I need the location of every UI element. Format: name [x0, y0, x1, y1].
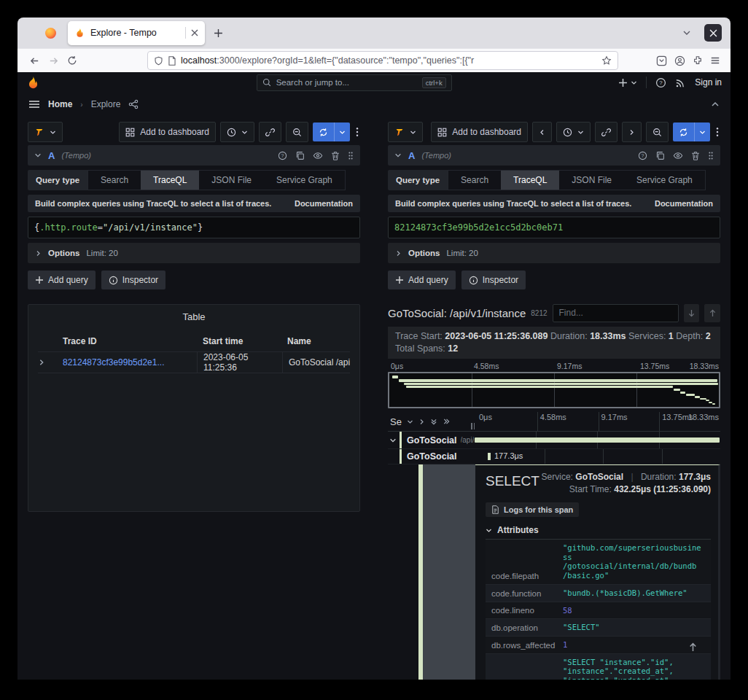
zoom-out-button[interactable] [646, 122, 669, 142]
expand-row-chevron-icon[interactable] [38, 359, 63, 366]
attribute-row[interactable]: "SELECT "instance"."id", "instance"."cre… [486, 654, 711, 680]
reload-icon[interactable] [63, 52, 82, 69]
datasource-picker[interactable] [28, 122, 63, 142]
shield-icon[interactable] [154, 56, 163, 66]
remove-query-icon[interactable] [691, 151, 700, 160]
query-type-tab-json-file[interactable]: JSON File [199, 171, 264, 190]
expand-all-icon[interactable] [443, 418, 451, 425]
traceql-query-editor[interactable]: {.http.route = "/api/v1/instance"} [28, 217, 360, 238]
query-options-row[interactable]: Options Limit: 20 [28, 243, 360, 263]
span-duration-bar[interactable] [488, 453, 491, 460]
documentation-link[interactable]: Documentation [655, 199, 713, 208]
inspector-button[interactable]: Inspector [101, 271, 165, 289]
sign-in-button[interactable]: Sign in [695, 77, 722, 88]
tab-close-icon[interactable] [191, 29, 198, 36]
breadcrumb-current[interactable]: Explore [91, 99, 121, 109]
copy-link-button[interactable] [259, 122, 281, 142]
find-input[interactable] [553, 304, 679, 322]
attribute-row[interactable]: code.function"bundb.(*basicDB).GetWhere" [486, 585, 711, 602]
window-close-button[interactable] [704, 24, 722, 42]
news-icon[interactable] [675, 77, 686, 88]
copy-link-button[interactable] [595, 122, 618, 142]
trace-minimap[interactable] [388, 372, 720, 408]
traceql-query-editor[interactable]: 82124873cf3e99b5d2e1cc5d2bc0eb71 [388, 217, 720, 238]
query-help-icon[interactable]: ? [278, 151, 287, 160]
zoom-out-button[interactable] [286, 122, 308, 142]
run-query-button[interactable] [313, 122, 350, 141]
expand-one-icon[interactable] [418, 419, 425, 425]
logs-for-span-button[interactable]: Logs for this span [486, 502, 579, 517]
refresh-interval-chevron[interactable] [334, 122, 350, 141]
span-row-selected[interactable]: GoToSocial 177.3μs [388, 449, 720, 464]
url-text[interactable]: localhost:3000/explore?orgId=1&left={"da… [181, 55, 597, 66]
query-row-header[interactable]: A (Tempo) ? [388, 145, 720, 166]
query-type-tab-traceql[interactable]: TraceQL [501, 171, 559, 190]
share-icon[interactable] [128, 99, 139, 109]
trace-id-link[interactable]: 82124873cf3e99b5d2e1... [63, 357, 197, 368]
refresh-interval-chevron[interactable] [694, 122, 710, 141]
time-range-picker[interactable] [220, 122, 254, 142]
duplicate-query-icon[interactable] [295, 151, 305, 160]
help-icon[interactable]: ? [655, 77, 666, 88]
scroll-to-top-icon[interactable] [688, 642, 698, 652]
datasource-picker[interactable] [388, 122, 423, 142]
url-bar[interactable]: localhost:3000/explore?orgId=1&left={"da… [147, 51, 618, 70]
span-duration-bar[interactable] [475, 438, 720, 443]
attribute-row[interactable]: code.lineno58 [486, 602, 711, 620]
attribute-row[interactable]: db.rows_affected1 [486, 637, 711, 654]
extensions-icon[interactable] [693, 55, 703, 66]
time-shift-forward-button[interactable] [622, 122, 642, 142]
query-type-tab-search[interactable]: Search [88, 171, 141, 190]
query-type-tab-json-file[interactable]: JSON File [559, 171, 624, 190]
toggle-visibility-icon[interactable] [673, 151, 683, 160]
query-type-tab-search[interactable]: Search [448, 171, 501, 190]
query-row-header[interactable]: A (Tempo) ? [28, 145, 360, 166]
run-query-button[interactable] [673, 122, 710, 141]
service-operation-dropdown[interactable]: Se [390, 416, 402, 427]
drag-handle-icon[interactable] [348, 151, 354, 160]
attribute-row[interactable]: db.operation"SELECT" [486, 619, 711, 637]
breadcrumb-home[interactable]: Home [48, 99, 72, 109]
table-row[interactable]: 82124873cf3e99b5d2e1... 2023-06-05 11:25… [38, 352, 350, 373]
browser-tab[interactable]: Explore - Tempo [68, 21, 205, 45]
page-info-icon[interactable] [168, 56, 176, 66]
span-row-root[interactable]: GoToSocial /api/ [388, 432, 720, 449]
toggle-visibility-icon[interactable] [313, 151, 323, 160]
search-input[interactable]: Search or jump to... ctrl+k [257, 74, 452, 91]
column-header-start-time[interactable]: Start time [197, 336, 281, 346]
find-prev-button[interactable] [704, 304, 720, 322]
find-next-button[interactable] [684, 304, 700, 322]
add-query-button[interactable]: Add query [28, 271, 96, 289]
new-tab-button[interactable] [214, 28, 223, 38]
query-options-row[interactable]: Options Limit: 20 [388, 243, 720, 263]
account-icon[interactable] [674, 55, 685, 66]
menu-icon[interactable] [710, 55, 720, 66]
query-type-tab-service-graph[interactable]: Service Graph [624, 171, 705, 190]
kebab-menu-icon[interactable] [354, 127, 360, 137]
grafana-logo[interactable] [26, 76, 40, 90]
attribute-row[interactable]: code.filepath"github.com/superseriousbus… [486, 540, 711, 585]
add-menu-button[interactable] [618, 78, 637, 88]
collapse-all-icon[interactable] [430, 418, 437, 426]
add-to-dashboard-button[interactable]: Add to dashboard [431, 122, 528, 142]
column-resizer-handle[interactable] [471, 423, 475, 429]
time-range-picker[interactable] [556, 122, 591, 142]
attributes-section-header[interactable]: Attributes [486, 525, 711, 540]
mega-menu-icon[interactable] [28, 98, 40, 110]
save-to-pocket-icon[interactable] [656, 55, 667, 66]
bookmark-star-icon[interactable] [601, 55, 612, 66]
add-query-button[interactable]: Add query [388, 271, 456, 289]
back-icon[interactable] [25, 52, 44, 69]
add-to-dashboard-button[interactable]: Add to dashboard [119, 122, 216, 142]
kebab-menu-icon[interactable] [714, 127, 720, 137]
query-type-tab-service-graph[interactable]: Service Graph [264, 171, 345, 190]
query-type-tab-traceql[interactable]: TraceQL [141, 171, 199, 190]
drag-handle-icon[interactable] [708, 151, 714, 160]
collapse-chevron-icon[interactable] [711, 100, 720, 109]
time-shift-back-button[interactable] [532, 122, 552, 142]
duplicate-query-icon[interactable] [655, 151, 665, 160]
documentation-link[interactable]: Documentation [295, 199, 353, 208]
query-help-icon[interactable]: ? [638, 151, 647, 160]
column-header-name[interactable]: Name [281, 336, 350, 346]
column-header-trace-id[interactable]: Trace ID [63, 336, 197, 346]
